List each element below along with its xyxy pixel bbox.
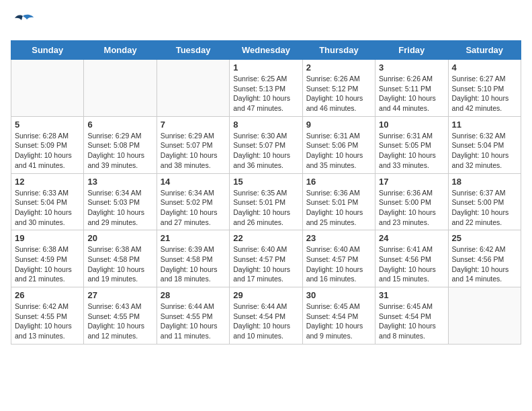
logo-icon: [11, 11, 35, 35]
day-number: 17: [379, 177, 444, 187]
calendar-cell: 30Sunrise: 6:45 AMSunset: 4:54 PMDayligh…: [302, 287, 375, 345]
calendar-cell: 11Sunrise: 6:32 AMSunset: 5:04 PMDayligh…: [448, 116, 521, 173]
calendar-cell: 24Sunrise: 6:41 AMSunset: 4:56 PMDayligh…: [375, 230, 448, 287]
calendar-day-header: Sunday: [11, 41, 84, 60]
day-number: 11: [452, 120, 517, 130]
day-info: Sunrise: 6:44 AMSunset: 4:54 PMDaylight:…: [233, 302, 298, 341]
day-info: Sunrise: 6:27 AMSunset: 5:10 PMDaylight:…: [452, 74, 517, 113]
calendar-cell: 3Sunrise: 6:26 AMSunset: 5:11 PMDaylight…: [375, 60, 448, 117]
calendar-cell: 28Sunrise: 6:44 AMSunset: 4:55 PMDayligh…: [157, 287, 229, 345]
calendar-cell: 5Sunrise: 6:28 AMSunset: 5:09 PMDaylight…: [11, 116, 84, 173]
day-info: Sunrise: 6:42 AMSunset: 4:56 PMDaylight:…: [452, 244, 517, 284]
day-info: Sunrise: 6:25 AMSunset: 5:13 PMDaylight:…: [233, 74, 298, 113]
day-info: Sunrise: 6:34 AMSunset: 5:02 PMDaylight:…: [161, 188, 226, 228]
calendar-day-header: Wednesday: [230, 41, 302, 60]
day-number: 2: [306, 62, 371, 73]
day-info: Sunrise: 6:43 AMSunset: 4:55 PMDaylight:…: [87, 302, 152, 341]
day-info: Sunrise: 6:31 AMSunset: 5:05 PMDaylight:…: [379, 131, 444, 171]
calendar-cell: 19Sunrise: 6:38 AMSunset: 4:59 PMDayligh…: [11, 230, 84, 287]
calendar-cell: 27Sunrise: 6:43 AMSunset: 4:55 PMDayligh…: [84, 287, 157, 345]
day-number: 9: [306, 120, 371, 130]
day-info: Sunrise: 6:40 AMSunset: 4:57 PMDaylight:…: [233, 244, 298, 284]
calendar-day-header: Tuesday: [157, 41, 229, 60]
day-number: 16: [306, 177, 371, 187]
day-number: 28: [161, 290, 226, 300]
day-info: Sunrise: 6:38 AMSunset: 4:59 PMDaylight:…: [15, 244, 80, 284]
day-number: 1: [233, 62, 298, 73]
day-number: 3: [379, 62, 444, 73]
day-info: Sunrise: 6:29 AMSunset: 5:08 PMDaylight:…: [87, 131, 152, 171]
day-number: 23: [306, 233, 371, 243]
calendar-week-row: 5Sunrise: 6:28 AMSunset: 5:09 PMDaylight…: [11, 116, 521, 173]
day-number: 4: [452, 62, 517, 73]
day-number: 24: [379, 233, 444, 243]
day-info: Sunrise: 6:29 AMSunset: 5:07 PMDaylight:…: [161, 131, 226, 171]
calendar-cell: 31Sunrise: 6:45 AMSunset: 4:54 PMDayligh…: [375, 287, 448, 345]
logo: [11, 11, 38, 35]
calendar-cell: 6Sunrise: 6:29 AMSunset: 5:08 PMDaylight…: [84, 116, 157, 173]
day-number: 14: [161, 177, 226, 187]
day-number: 29: [233, 290, 298, 300]
day-number: 8: [233, 120, 298, 130]
calendar-cell: 15Sunrise: 6:35 AMSunset: 5:01 PMDayligh…: [230, 173, 302, 230]
day-number: 22: [233, 233, 298, 243]
day-info: Sunrise: 6:26 AMSunset: 5:12 PMDaylight:…: [306, 74, 371, 113]
day-number: 7: [161, 120, 226, 130]
day-info: Sunrise: 6:42 AMSunset: 4:55 PMDaylight:…: [15, 302, 80, 341]
calendar-cell: 8Sunrise: 6:30 AMSunset: 5:07 PMDaylight…: [230, 116, 302, 173]
calendar-cell: 7Sunrise: 6:29 AMSunset: 5:07 PMDaylight…: [157, 116, 229, 173]
day-number: 19: [15, 233, 80, 243]
calendar-week-row: 12Sunrise: 6:33 AMSunset: 5:04 PMDayligh…: [11, 173, 521, 230]
day-info: Sunrise: 6:37 AMSunset: 5:00 PMDaylight:…: [452, 188, 517, 228]
day-number: 30: [306, 290, 371, 300]
day-info: Sunrise: 6:36 AMSunset: 5:01 PMDaylight:…: [306, 188, 371, 228]
calendar-cell: 22Sunrise: 6:40 AMSunset: 4:57 PMDayligh…: [230, 230, 302, 287]
day-info: Sunrise: 6:45 AMSunset: 4:54 PMDaylight:…: [306, 302, 371, 341]
calendar-cell: [157, 60, 229, 117]
day-info: Sunrise: 6:36 AMSunset: 5:00 PMDaylight:…: [379, 188, 444, 228]
day-number: 15: [233, 177, 298, 187]
calendar-cell: [11, 60, 84, 117]
calendar-cell: [448, 287, 521, 345]
day-number: 6: [87, 120, 152, 130]
calendar-day-header: Monday: [84, 41, 157, 60]
calendar-cell: 2Sunrise: 6:26 AMSunset: 5:12 PMDaylight…: [302, 60, 375, 117]
day-number: 26: [15, 290, 80, 300]
calendar-cell: 1Sunrise: 6:25 AMSunset: 5:13 PMDaylight…: [230, 60, 302, 117]
day-number: 20: [87, 233, 152, 243]
calendar-cell: 9Sunrise: 6:31 AMSunset: 5:06 PMDaylight…: [302, 116, 375, 173]
calendar-cell: 13Sunrise: 6:34 AMSunset: 5:03 PMDayligh…: [84, 173, 157, 230]
calendar-cell: 17Sunrise: 6:36 AMSunset: 5:00 PMDayligh…: [375, 173, 448, 230]
day-info: Sunrise: 6:33 AMSunset: 5:04 PMDaylight:…: [15, 188, 80, 228]
day-number: 5: [15, 120, 80, 130]
day-number: 12: [15, 177, 80, 187]
day-info: Sunrise: 6:30 AMSunset: 5:07 PMDaylight:…: [233, 131, 298, 171]
calendar-cell: 21Sunrise: 6:39 AMSunset: 4:58 PMDayligh…: [157, 230, 229, 287]
calendar-cell: 29Sunrise: 6:44 AMSunset: 4:54 PMDayligh…: [230, 287, 302, 345]
calendar-cell: 16Sunrise: 6:36 AMSunset: 5:01 PMDayligh…: [302, 173, 375, 230]
day-info: Sunrise: 6:44 AMSunset: 4:55 PMDaylight:…: [161, 302, 226, 341]
calendar-week-row: 26Sunrise: 6:42 AMSunset: 4:55 PMDayligh…: [11, 287, 521, 345]
calendar-cell: 10Sunrise: 6:31 AMSunset: 5:05 PMDayligh…: [375, 116, 448, 173]
day-info: Sunrise: 6:26 AMSunset: 5:11 PMDaylight:…: [379, 74, 444, 113]
day-info: Sunrise: 6:38 AMSunset: 4:58 PMDaylight:…: [87, 244, 152, 284]
calendar-cell: 4Sunrise: 6:27 AMSunset: 5:10 PMDaylight…: [448, 60, 521, 117]
calendar-week-row: 1Sunrise: 6:25 AMSunset: 5:13 PMDaylight…: [11, 60, 521, 117]
calendar-cell: 23Sunrise: 6:40 AMSunset: 4:57 PMDayligh…: [302, 230, 375, 287]
day-info: Sunrise: 6:45 AMSunset: 4:54 PMDaylight:…: [379, 302, 444, 341]
day-info: Sunrise: 6:34 AMSunset: 5:03 PMDaylight:…: [87, 188, 152, 228]
calendar-cell: [84, 60, 157, 117]
calendar-cell: 12Sunrise: 6:33 AMSunset: 5:04 PMDayligh…: [11, 173, 84, 230]
calendar-cell: 26Sunrise: 6:42 AMSunset: 4:55 PMDayligh…: [11, 287, 84, 345]
calendar-day-header: Friday: [375, 41, 448, 60]
day-number: 21: [161, 233, 226, 243]
calendar-table: SundayMondayTuesdayWednesdayThursdayFrid…: [11, 40, 521, 345]
day-info: Sunrise: 6:35 AMSunset: 5:01 PMDaylight:…: [233, 188, 298, 228]
day-number: 31: [379, 290, 444, 300]
page-header: [11, 11, 521, 35]
calendar-cell: 14Sunrise: 6:34 AMSunset: 5:02 PMDayligh…: [157, 173, 229, 230]
calendar-week-row: 19Sunrise: 6:38 AMSunset: 4:59 PMDayligh…: [11, 230, 521, 287]
day-info: Sunrise: 6:41 AMSunset: 4:56 PMDaylight:…: [379, 244, 444, 284]
calendar-header-row: SundayMondayTuesdayWednesdayThursdayFrid…: [11, 41, 521, 60]
day-number: 10: [379, 120, 444, 130]
